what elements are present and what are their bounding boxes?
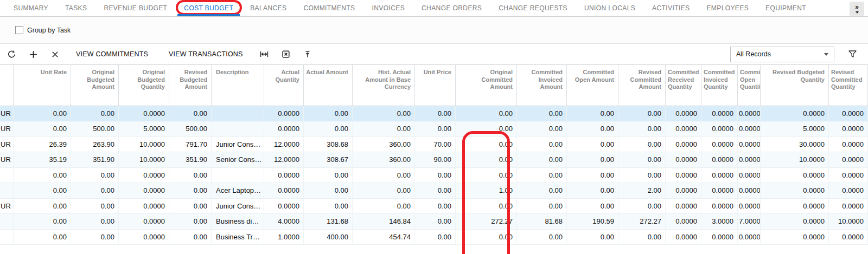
grid-cell[interactable]: 0.00 xyxy=(618,230,666,244)
grid-cell[interactable]: 0.0000 xyxy=(829,152,868,167)
table-row[interactable]: 0.000.000.00000.00Acer Laptop…0.00000.00… xyxy=(0,183,868,198)
grid-cell[interactable]: 0.0000 xyxy=(738,183,761,198)
grid-cell[interactable]: UR xyxy=(0,137,14,152)
grid-cell[interactable]: 146.84 xyxy=(353,214,415,229)
grid-cell[interactable]: 351.90 xyxy=(71,152,119,167)
grid-cell[interactable]: Senior Cons… xyxy=(212,152,264,167)
grid-cell[interactable]: 0.0000 xyxy=(666,214,701,229)
grid-cell[interactable]: 0.0000 xyxy=(666,230,701,244)
grid-cell[interactable]: 0.0000 xyxy=(264,183,304,198)
column-header-revised-budgeted-quantity[interactable]: Revised Budgeted Quantity xyxy=(761,65,829,106)
grid-cell[interactable]: 0.00 xyxy=(304,121,353,136)
grid-cell[interactable] xyxy=(212,106,264,121)
tab-change-requests[interactable]: CHANGE REQUESTS xyxy=(499,0,567,16)
grid-cell[interactable]: 12.0000 xyxy=(264,137,304,152)
grid-cell[interactable]: 0.00 xyxy=(71,230,119,244)
grid-cell[interactable]: 0.00 xyxy=(304,106,353,121)
grid-cell[interactable]: 0.00 xyxy=(567,121,618,136)
grid-cell[interactable]: 0.00 xyxy=(169,168,212,183)
grid-cell[interactable]: 5.0000 xyxy=(761,121,829,136)
column-header-unit-price[interactable]: Unit Price xyxy=(415,65,456,106)
grid-cell[interactable]: 0.00 xyxy=(456,152,517,167)
grid-cell[interactable]: 0.00 xyxy=(618,106,666,121)
grid-cell[interactable]: 0.0000 xyxy=(738,137,761,152)
grid-cell[interactable]: 308.68 xyxy=(304,137,353,152)
table-row[interactable]: UR35.19351.9010.0000351.90Senior Cons…12… xyxy=(0,152,868,167)
grid-cell[interactable]: 0.00 xyxy=(456,230,517,244)
grid-cell[interactable]: 0.0000 xyxy=(666,152,701,167)
grid-cell[interactable]: Acer Laptop… xyxy=(212,183,264,198)
grid-cell[interactable]: 0.0000 xyxy=(666,199,701,213)
tab-cost-budget[interactable]: COST BUDGET xyxy=(184,0,233,16)
column-header-actual-quantity[interactable]: Actual Quantity xyxy=(264,65,304,106)
grid-cell[interactable]: 0.0000 xyxy=(119,214,169,229)
grid-cell[interactable]: 10.0000 xyxy=(119,152,169,167)
grid-cell[interactable]: 0.00 xyxy=(517,106,567,121)
column-header-original-budgeted-quantity[interactable]: Original Budgeted Quantity xyxy=(119,65,169,106)
grid-cell[interactable]: 0.00 xyxy=(415,214,456,229)
grid-cell[interactable]: 0.0000 xyxy=(701,230,738,244)
grid-cell[interactable]: 0.0000 xyxy=(666,137,701,152)
add-row-button[interactable] xyxy=(25,46,41,62)
grid-cell[interactable]: 0.00 xyxy=(353,121,415,136)
grid-cell[interactable]: Junior Cons… xyxy=(212,199,264,213)
grid-cell[interactable]: 0.00 xyxy=(618,199,666,213)
delete-row-button[interactable] xyxy=(47,46,63,62)
grid-cell[interactable]: 0.00 xyxy=(415,168,456,183)
grid-cell[interactable]: 0.0000 xyxy=(829,137,868,152)
grid-cell[interactable]: 0.00 xyxy=(415,106,456,121)
grid-cell[interactable]: 0.00 xyxy=(71,199,119,213)
grid-cell[interactable]: 500.00 xyxy=(71,121,119,136)
grid-cell[interactable]: 1.0000 xyxy=(264,230,304,244)
grid-cell[interactable]: 0.0000 xyxy=(761,199,829,213)
tab-employees[interactable]: EMPLOYEES xyxy=(706,0,749,16)
grid-cell[interactable]: 0.00 xyxy=(517,183,567,198)
table-row[interactable]: UR0.00500.005.0000500.000.00000.000.000.… xyxy=(0,121,868,136)
grid-cell[interactable]: 0.0000 xyxy=(119,168,169,183)
grid-cell[interactable]: 10.0000 xyxy=(761,152,829,167)
grid-cell[interactable]: 0.00 xyxy=(304,168,353,183)
tab-equipment[interactable]: EQUIPMENT xyxy=(765,0,806,16)
grid-cell[interactable] xyxy=(0,183,14,198)
grid-cell[interactable]: 0.00 xyxy=(567,230,618,244)
tab-activities[interactable]: ACTIVITIES xyxy=(652,0,690,16)
grid-cell[interactable]: 0.00 xyxy=(517,199,567,213)
column-header-revised-budgeted-amount[interactable]: Revised Budgeted Amount xyxy=(169,65,212,106)
table-row[interactable]: UR0.000.000.00000.00Junior Cons…0.00000.… xyxy=(0,199,868,214)
grid-cell[interactable]: 0.00 xyxy=(71,168,119,183)
view-commitments-button[interactable]: VIEW COMMITMENTS xyxy=(68,46,156,62)
grid-cell[interactable]: 30.0000 xyxy=(761,137,829,152)
grid-cell[interactable]: 0.0000 xyxy=(119,106,169,121)
tab-invoices[interactable]: INVOICES xyxy=(372,0,405,16)
grid-cell[interactable]: 0.00 xyxy=(169,214,212,229)
grid-cell[interactable]: 0.00 xyxy=(14,121,71,136)
grid-cell[interactable]: 0.00 xyxy=(169,230,212,244)
grid-cell[interactable]: 0.00 xyxy=(14,183,71,198)
grid-cell[interactable]: 0.0000 xyxy=(829,106,868,121)
grid-cell[interactable]: 0.00 xyxy=(456,137,517,152)
grid-cell[interactable]: 0.0000 xyxy=(701,152,738,167)
grid-cell[interactable]: 0.00 xyxy=(169,183,212,198)
grid-cell[interactable]: 0.0000 xyxy=(738,152,761,167)
grid-cell[interactable]: 0.0000 xyxy=(666,121,701,136)
grid-cell[interactable]: 0.0000 xyxy=(761,106,829,121)
column-header-description[interactable]: Description xyxy=(212,65,264,106)
fit-width-button[interactable] xyxy=(256,46,272,62)
grid-cell[interactable]: 81.68 xyxy=(517,214,567,229)
grid-cell[interactable]: 12.0000 xyxy=(264,152,304,167)
grid-cell[interactable]: 0.0000 xyxy=(666,183,701,198)
grid-cell[interactable]: 0.0000 xyxy=(701,168,738,183)
table-row[interactable]: 0.000.000.00000.000.00000.000.000.000.00… xyxy=(0,168,868,183)
grid-cell[interactable]: 0.00 xyxy=(14,199,71,213)
grid-cell[interactable]: 0.0000 xyxy=(701,183,738,198)
grid-cell[interactable]: UR xyxy=(0,106,14,121)
grid-cell[interactable]: 0.00 xyxy=(304,199,353,213)
export-excel-button[interactable] xyxy=(278,46,294,62)
grid-cell[interactable]: 360.00 xyxy=(353,152,415,167)
grid-cell[interactable]: 0.0000 xyxy=(829,199,868,213)
grid-cell[interactable]: 0.00 xyxy=(353,199,415,213)
grid-cell[interactable]: 0.0000 xyxy=(829,168,868,183)
tab-balances[interactable]: BALANCES xyxy=(250,0,286,16)
grid-cell[interactable]: 351.90 xyxy=(169,152,212,167)
grid-cell[interactable]: 272.27 xyxy=(618,214,666,229)
